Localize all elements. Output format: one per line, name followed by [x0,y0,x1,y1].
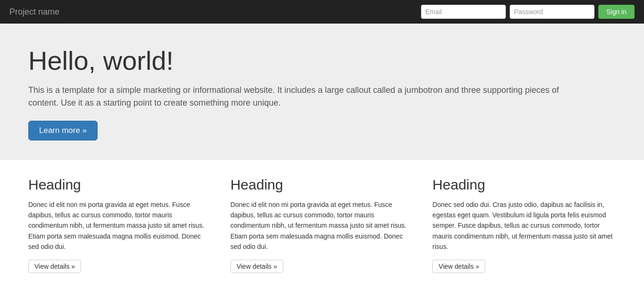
content-area: Heading Donec id elit non mi porta gravi… [0,160,644,289]
learn-more-button[interactable]: Learn more » [28,121,98,140]
view-details-button-1[interactable]: View details » [28,260,81,273]
email-input[interactable] [421,5,506,19]
navbar-right: Sign in [421,5,635,19]
column-2-heading: Heading [231,177,414,193]
column-1-body: Donec id elit non mi porta gravida at eg… [28,199,212,252]
column-3-body: Donec sed odio dui. Cras justo odio, dap… [432,199,616,252]
columns-container: Heading Donec id elit non mi porta gravi… [28,177,616,273]
column-3: Heading Donec sed odio dui. Cras justo o… [432,177,616,273]
column-3-heading: Heading [432,177,616,193]
jumbotron: Hello, world! This is a template for a s… [0,24,644,160]
signin-button[interactable]: Sign in [598,5,635,19]
navbar: Project name Sign in [0,0,644,24]
view-details-button-3[interactable]: View details » [432,260,485,273]
view-details-button-2[interactable]: View details » [231,260,283,273]
jumbotron-heading: Hello, world! [28,46,616,75]
column-1-heading: Heading [28,177,212,193]
column-2-body: Donec id elit non mi porta gravida at eg… [231,199,414,252]
navbar-brand[interactable]: Project name [9,7,59,17]
password-input[interactable] [510,5,594,19]
column-1: Heading Donec id elit non mi porta gravi… [28,177,212,273]
column-2: Heading Donec id elit non mi porta gravi… [231,177,414,273]
jumbotron-description: This is a template for a simple marketin… [28,84,561,109]
